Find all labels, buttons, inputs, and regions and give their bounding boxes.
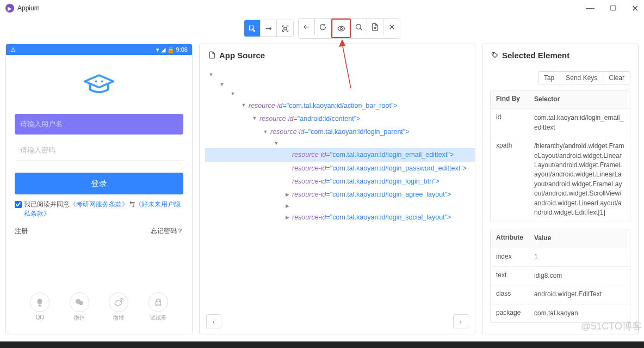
tree-node[interactable]: ▼	[205, 80, 475, 90]
attribute-table: AttributeValue index1textidig8.comclassa…	[490, 229, 630, 323]
svg-point-15	[493, 53, 494, 54]
tree-node[interactable]: ▶ resource-id="com.tal.kaoyan:id/login_s…	[205, 211, 475, 224]
social-wechat[interactable]: 微信	[70, 292, 89, 322]
table-row: packagecom.tal.kaoyan	[491, 304, 630, 322]
svg-point-6	[95, 81, 97, 83]
warning-icon: ⚠	[10, 46, 16, 53]
svg-rect-1	[284, 27, 287, 30]
social-qq[interactable]: QQ	[30, 292, 49, 322]
social-try[interactable]: 试试看	[148, 292, 168, 322]
back-button[interactable]	[299, 19, 315, 35]
quit-button[interactable]	[383, 19, 400, 35]
register-link[interactable]: 注册	[15, 227, 28, 236]
sendkeys-button[interactable]: Send Keys	[560, 72, 603, 84]
appium-logo-icon: ▶	[5, 4, 14, 13]
svg-point-11	[79, 301, 83, 306]
password-input[interactable]: 请输入密码	[15, 140, 183, 161]
battery-icon: 🔒	[167, 46, 175, 53]
tree-node[interactable]: resource-id="com.tal.kaoyan:id/login_ema…	[205, 148, 475, 161]
table-row: classandroid.widget.EditText	[491, 285, 630, 303]
table-row: xpath/hierarchy/android.widget.FrameLayo…	[491, 137, 630, 222]
tree-node[interactable]: ▼	[205, 70, 475, 80]
svg-point-13	[157, 301, 158, 302]
minimize-icon[interactable]: —	[586, 3, 595, 14]
tree-node[interactable]: ▼ resource-id="android:id/content">	[205, 112, 475, 125]
record-button[interactable]	[333, 20, 349, 36]
device-preview-panel: ⚠ ▾ ◢ 🔒 9:08 请输入用户名 请输入密码 登录 我已阅读并同意《考研网…	[5, 44, 193, 334]
status-time: 9:08	[176, 46, 188, 53]
svg-point-3	[356, 24, 361, 29]
table-row: textidig8.com	[491, 266, 630, 285]
titlebar: ▶ Appium — ▢ ✕	[0, 0, 644, 16]
table-row: index1	[491, 248, 630, 266]
tree-node[interactable]: ▶ resource-id="com.tal.kaoyan:id/login_a…	[205, 188, 475, 201]
tree-node[interactable]: resource-id="com.tal.kaoyan:id/login_log…	[205, 175, 475, 188]
tap-button[interactable]: Tap	[538, 72, 560, 84]
agree-checkbox[interactable]	[15, 201, 22, 208]
toolbar	[0, 16, 644, 40]
tree-prev-button[interactable]: ‹	[206, 314, 221, 328]
svg-point-9	[38, 305, 41, 307]
wifi-icon: ▾	[156, 46, 159, 53]
refresh-button[interactable]	[315, 19, 331, 35]
agree-row: 我已阅读并同意《考研网服务条款》与《好未来用户隐私条款》	[15, 200, 183, 219]
username-input[interactable]: 请输入用户名	[15, 114, 183, 135]
selected-title: Selected Element	[502, 51, 569, 60]
tree-node[interactable]: ▶	[205, 202, 475, 211]
search-button[interactable]	[351, 19, 367, 35]
ghost-icon	[148, 292, 168, 312]
svg-point-8	[38, 298, 42, 304]
tree-node[interactable]: ▼ resource-id="com.tal.kaoyan:id/login_p…	[205, 125, 475, 138]
document-icon	[208, 51, 216, 59]
svg-point-14	[159, 301, 160, 302]
social-weibo[interactable]: 微博	[109, 292, 128, 322]
source-tree[interactable]: ▼▼▼▼ resource-id="com.tal.kaoyan:id/acti…	[200, 66, 475, 311]
selected-element-panel: Selected Element Tap Send Keys Clear Fin…	[482, 44, 639, 334]
terms-link[interactable]: 《考研网服务条款》	[70, 201, 128, 207]
select-element-button[interactable]	[244, 20, 261, 36]
tree-next-button[interactable]: ›	[453, 314, 468, 328]
tree-node[interactable]: ▼	[205, 139, 475, 149]
tree-node[interactable]: ▼	[205, 89, 475, 99]
app-source-panel: App Source ▼▼▼▼ resource-id="com.tal.kao…	[199, 44, 475, 334]
table-row: idcom.tal.kaoyan:id/login_email_edittext	[491, 108, 630, 137]
weibo-icon	[109, 292, 128, 312]
tag-icon	[491, 51, 499, 59]
forgot-link[interactable]: 忘记密码？	[151, 227, 183, 236]
findby-table: Find BySelector idcom.tal.kaoyan:id/logi…	[490, 90, 630, 222]
app-logo-icon	[83, 71, 115, 97]
close-icon[interactable]: ✕	[631, 3, 639, 14]
qq-icon	[30, 292, 49, 312]
tap-coords-button[interactable]	[277, 20, 293, 36]
window-title: Appium	[17, 4, 40, 12]
svg-point-7	[101, 81, 103, 83]
signal-icon: ◢	[161, 46, 165, 53]
tree-node[interactable]: resource-id="com.tal.kaoyan:id/login_pas…	[205, 162, 475, 175]
svg-point-12	[115, 301, 122, 306]
copy-xml-button[interactable]	[367, 19, 383, 35]
clear-button[interactable]: Clear	[603, 72, 630, 84]
tree-node[interactable]: ▼ resource-id="com.tal.kaoyan:id/action_…	[205, 99, 475, 112]
login-button[interactable]: 登录	[15, 173, 183, 194]
svg-point-2	[340, 27, 342, 29]
status-bar: ⚠ ▾ ◢ 🔒 9:08	[6, 44, 192, 55]
source-title: App Source	[219, 51, 265, 60]
swipe-button[interactable]	[261, 20, 277, 36]
wechat-icon	[70, 292, 89, 312]
maximize-icon[interactable]: ▢	[610, 3, 616, 14]
